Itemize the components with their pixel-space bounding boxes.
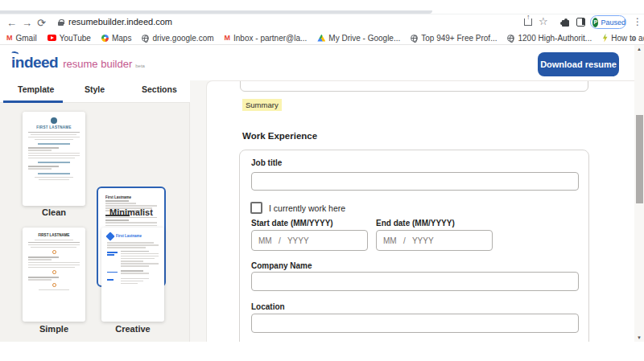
bookmark-label: Maps [112, 34, 131, 43]
bookmark-1200-high[interactable]: 1200 High-Authorit... [507, 34, 592, 43]
logo-indeed-text: indeed [11, 54, 58, 72]
bookmark-label: How to add your re... [611, 34, 644, 43]
download-resume-button[interactable]: Download resume [538, 52, 619, 76]
scroll-down-icon[interactable]: ▼ [634, 335, 644, 340]
forward-icon[interactable]: → [22, 14, 32, 31]
tab-style[interactable]: Style [85, 84, 105, 94]
creative-diamond-icon [105, 232, 114, 240]
extensions-icon[interactable] [562, 20, 569, 27]
bookmark-youtube[interactable]: YouTube [47, 34, 91, 43]
side-panel-icon[interactable] [576, 18, 585, 27]
currently-work-here-checkbox[interactable] [250, 202, 262, 214]
profile-badge[interactable]: P Paused [590, 15, 626, 29]
bookmark-label: Gmail [16, 34, 37, 43]
share-icon[interactable] [524, 18, 532, 26]
simple-section-badge [52, 283, 56, 287]
reload-icon[interactable]: ⟳ [37, 14, 46, 31]
summary-textarea[interactable] [240, 80, 588, 92]
template-card-creative[interactable]: First Lastname [101, 228, 164, 322]
lightning-icon [602, 34, 608, 43]
thumb-heading: First Lastname [105, 195, 157, 200]
template-name-clean: Clean [19, 207, 89, 217]
gmail-icon: M [6, 34, 13, 42]
globe-icon [507, 35, 514, 42]
template-card-clean[interactable]: FIRST LASTNAME [23, 112, 85, 206]
bookmark-label: Top 949+ Free Prof... [421, 34, 497, 43]
simple-section-badge [52, 250, 56, 254]
work-experience-heading: Work Experience [242, 131, 317, 141]
template-name-simple: Simple [19, 324, 89, 334]
lock-icon[interactable] [58, 22, 64, 26]
start-date-input[interactable] [251, 230, 368, 251]
end-date-input[interactable] [376, 230, 493, 251]
scrollbar-thumb[interactable] [636, 115, 643, 203]
drive-icon [317, 35, 325, 42]
globe-icon [142, 35, 149, 42]
end-date-label: End date (MM/YYYY) [376, 219, 455, 228]
tab-sections[interactable]: Sections [142, 84, 177, 94]
bookmark-label: 1200 High-Authorit... [518, 34, 592, 43]
bookmark-gmail[interactable]: M Gmail [6, 34, 37, 43]
scroll-up-icon[interactable]: ▲ [634, 47, 644, 51]
job-title-input[interactable] [251, 172, 579, 191]
bookmark-label: drive.google.com [152, 34, 213, 43]
bookmark-how-to-add[interactable]: How to add your re... [602, 34, 644, 43]
bookmark-maps[interactable]: Maps [101, 34, 131, 43]
gmail-icon: M [225, 34, 231, 42]
template-name-creative: Creative [98, 324, 167, 334]
menu-icon[interactable]: ⋮ [633, 16, 642, 27]
indeed-logo: indeed resume builder beta [11, 54, 145, 72]
company-name-label: Company Name [251, 261, 312, 270]
currently-work-here-label: I currently work here [269, 203, 345, 213]
logo-resume-builder-text: resume builder [63, 58, 132, 70]
template-name-minimalist: Minimalist [97, 207, 166, 217]
work-experience-panel: Job title I currently work here Start da… [239, 150, 589, 342]
thumb-heading: FIRST LASTNAME [28, 233, 80, 238]
location-input[interactable] [251, 314, 579, 333]
youtube-icon [47, 35, 56, 41]
simple-section-badge [52, 270, 56, 274]
bookmark-top-949[interactable]: Top 949+ Free Prof... [411, 34, 497, 43]
template-card-simple[interactable]: FIRST LASTNAME [23, 228, 85, 322]
company-name-input[interactable] [251, 272, 579, 291]
bookmark-inbox[interactable]: M Inbox - partner@la... [225, 34, 308, 43]
editor-card: Summary Work Experience Job title I curr… [206, 80, 634, 342]
bookmark-drive-site[interactable]: drive.google.com [142, 34, 213, 43]
active-tab-underline [3, 101, 63, 103]
avatar: P [592, 18, 598, 27]
bookmark-label: My Drive - Google... [328, 34, 400, 43]
browser-toolbar: ← → ⟳ resumebuilder.indeed.com ☆ P Pause… [0, 14, 644, 31]
bookmarks-overflow-icon[interactable]: » [631, 31, 636, 45]
bookmark-label: Inbox - partner@la... [233, 34, 307, 43]
sidebar-tabs: Template Style Sections [0, 80, 190, 103]
bookmarks-bar: M Gmail YouTube Maps drive.google.com M … [0, 31, 644, 45]
bookmark-label: YouTube [60, 34, 91, 43]
clean-monogram-icon [51, 117, 57, 124]
logo-accent-mark [11, 51, 19, 56]
start-date-label: Start date (MM/YYYY) [251, 219, 333, 228]
profile-status: Paused [601, 18, 625, 27]
bookmark-star-icon[interactable]: ☆ [539, 15, 548, 27]
globe-icon [411, 35, 418, 42]
page-scrollbar[interactable]: ▲ ▼ [634, 45, 644, 342]
summary-highlight-chip[interactable]: Summary [242, 99, 282, 111]
maps-pin-icon [101, 35, 109, 42]
template-sidebar: Template Style Sections FIRST LASTNAME C… [0, 80, 190, 342]
location-label: Location [251, 302, 285, 311]
beta-badge: beta [135, 64, 145, 68]
job-title-label: Job title [251, 158, 282, 167]
address-bar-url[interactable]: resumebuilder.indeed.com [68, 17, 172, 27]
thumb-heading: First Lastname [116, 234, 142, 239]
app-header: indeed resume builder beta Download resu… [0, 45, 644, 80]
bookmark-my-drive[interactable]: My Drive - Google... [317, 34, 400, 43]
tab-template[interactable]: Template [18, 84, 54, 94]
thumb-heading: FIRST LASTNAME [28, 125, 80, 130]
back-icon[interactable]: ← [6, 14, 17, 31]
